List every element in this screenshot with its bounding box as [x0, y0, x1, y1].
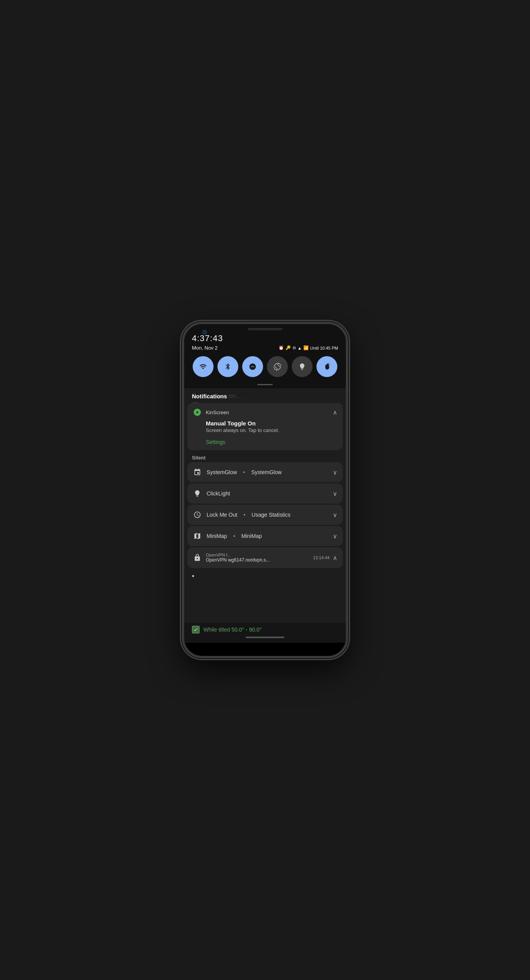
clicklight-notification[interactable]: ClickLight ∨	[187, 483, 343, 504]
openvpn-detail: OpenVPN wg6147.nordvpn.s...	[206, 557, 270, 563]
kinscreen-collapse-icon[interactable]: ∧	[333, 409, 337, 416]
bottom-nav-indicator	[246, 637, 284, 638]
gesture-toggle[interactable]	[316, 356, 337, 377]
kinscreen-subtitle: Screen always on. Tap to cancel.	[206, 427, 337, 433]
kinscreen-app-row: KinScreen	[193, 408, 229, 417]
date-display: Mon, Nov 2	[192, 345, 217, 351]
openvpn-app: OpenVPN f...	[206, 553, 270, 557]
openvpn-text: OpenVPN f... OpenVPN wg6147.nordvpn.s...	[206, 553, 270, 563]
kinscreen-app-name: KinScreen	[206, 410, 229, 415]
minimap-title: MiniMap	[207, 533, 227, 539]
kinscreen-header: KinScreen ∧	[187, 403, 343, 420]
bottom-bg-row: While tilted 50.0° - 90.0°	[192, 626, 338, 633]
systemglow-expand-icon[interactable]: ∨	[333, 469, 337, 476]
minimap-subtitle: MiniMap	[241, 533, 262, 539]
key-icon: 🔑	[286, 345, 291, 350]
systemglow-icon	[193, 468, 202, 477]
phone-frame: 4:37:43 Mon, Nov 2 ⏰ 🔑 ⊖ ▲ 📶 Until 10:45…	[182, 322, 348, 658]
lockmeout-expand-icon[interactable]: ∨	[333, 511, 337, 519]
openvpn-notification[interactable]: OpenVPN f... OpenVPN wg6147.nordvpn.s...…	[187, 547, 343, 568]
phone-screen: 4:37:43 Mon, Nov 2 ⏰ 🔑 ⊖ ▲ 📶 Until 10:45…	[184, 324, 346, 656]
wifi-signal-icon: ▲	[297, 346, 302, 350]
kinscreen-title: Manual Toggle On	[206, 420, 337, 427]
systemglow-left: SystemGlow • SystemGlow	[193, 468, 282, 477]
quick-toggles-bar	[184, 353, 346, 382]
lockmeout-notification[interactable]: Lock Me Out • Usage Statistics ∨	[187, 505, 343, 525]
speaker	[248, 328, 282, 330]
status-row: Mon, Nov 2 ⏰ 🔑 ⊖ ▲ 📶 Until 10:45 PM	[192, 344, 338, 353]
alarm-icon: ⏰	[279, 345, 284, 350]
time-display: 4:37:43	[192, 332, 338, 344]
systemglow-title: SystemGlow	[207, 469, 237, 475]
lockmeout-icon	[193, 510, 202, 519]
minimap-expand-icon[interactable]: ∨	[333, 533, 337, 540]
bluetooth-toggle[interactable]	[217, 356, 238, 377]
lockmeout-subtitle: Usage Statistics	[251, 512, 290, 518]
kinscreen-app-icon	[193, 408, 202, 417]
openvpn-expand-icon[interactable]: ∧	[333, 554, 337, 562]
notifications-header: Notifications	[184, 388, 346, 403]
kinscreen-notification-card[interactable]: KinScreen ∧ Manual Toggle On Screen alwa…	[187, 403, 343, 450]
signal-icon: 📶	[303, 345, 309, 350]
clicklight-title: ClickLight	[207, 490, 230, 497]
silent-label: Silent	[184, 452, 346, 462]
wifi-toggle[interactable]	[193, 356, 214, 377]
status-icons: ⏰ 🔑 ⊖ ▲ 📶 Until 10:45 PM	[279, 345, 338, 350]
minimap-left: MiniMap • MiniMap	[193, 531, 262, 541]
systemglow-notification[interactable]: SystemGlow • SystemGlow ∨	[187, 462, 343, 482]
kinscreen-body: Manual Toggle On Screen always on. Tap t…	[187, 420, 343, 436]
flashlight-toggle[interactable]	[292, 356, 313, 377]
clicklight-expand-icon[interactable]: ∨	[333, 490, 337, 497]
notification-area: Turn screen on... ✓ By uncovering proxim…	[184, 388, 346, 643]
notifications-title: Notifications	[192, 393, 227, 400]
clicklight-left: ClickLight	[193, 489, 230, 498]
bottom-label: While tilted 50.0° - 90.0°	[203, 627, 262, 633]
bottom-checkbox	[192, 626, 200, 633]
lockmeout-left: Lock Me Out • Usage Statistics	[193, 510, 291, 519]
lockmeout-title: Lock Me Out	[207, 512, 237, 518]
bottom-settings-overlay: While tilted 50.0° - 90.0°	[184, 623, 346, 643]
openvpn-icon	[193, 553, 202, 562]
openvpn-time: 13:14:44	[313, 555, 330, 560]
notch-area	[192, 328, 338, 330]
kinscreen-settings-link[interactable]: Settings	[206, 439, 226, 445]
camera	[203, 330, 207, 334]
clicklight-icon	[193, 489, 202, 498]
dnd-toggle[interactable]	[242, 356, 263, 377]
openvpn-left: OpenVPN f... OpenVPN wg6147.nordvpn.s...	[193, 553, 270, 563]
auto-rotate-toggle[interactable]	[267, 356, 288, 377]
status-bar: 4:37:43 Mon, Nov 2 ⏰ 🔑 ⊖ ▲ 📶 Until 10:45…	[184, 324, 346, 353]
dnd-icon: ⊖	[292, 345, 296, 350]
systemglow-subtitle: SystemGlow	[251, 469, 282, 475]
minimap-notification[interactable]: MiniMap • MiniMap ∨	[187, 526, 343, 546]
battery-text: Until 10:45 PM	[310, 346, 338, 350]
kinscreen-action: Settings	[187, 436, 343, 450]
minimap-icon	[193, 531, 202, 541]
